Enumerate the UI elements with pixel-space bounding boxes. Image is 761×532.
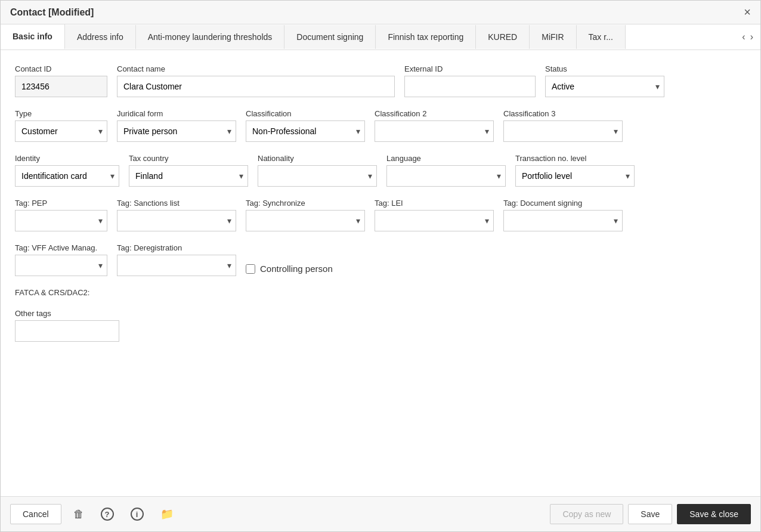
classification3-select-wrapper [503,120,623,142]
classification3-label: Classification 3 [503,109,623,118]
tax-country-select[interactable]: Finland Sweden [129,165,248,187]
external-id-input[interactable] [404,76,536,97]
tab-finnish-tax[interactable]: Finnish tax reporting [376,25,476,49]
tag-synchronize-select[interactable] [246,210,365,231]
form-row-2: Type Customer Other Juridical form Priva… [15,109,746,142]
juridical-form-select[interactable]: Private person Company [117,120,236,142]
tag-sanctions-list-group: Tag: Sanctions list [117,199,236,231]
type-group: Type Customer Other [15,109,107,142]
contact-id-label: Contact ID [15,64,107,73]
tab-bar: Basic info Address info Anti-money laund… [1,24,760,50]
nationality-group: Nationality [258,154,377,187]
classification3-select[interactable] [503,120,623,142]
language-select[interactable] [386,165,506,187]
tax-country-label: Tax country [129,154,248,163]
save-button[interactable]: Save [628,504,672,524]
classification2-select[interactable] [375,120,494,142]
other-tags-label: Other tags [15,309,119,318]
transaction-no-level-group: Transaction no. level Portfolio level Ac… [515,154,635,187]
tag-lei-select[interactable] [375,210,494,231]
tax-country-select-wrapper: Finland Sweden [129,165,248,187]
close-button[interactable]: × [744,5,751,19]
tab-anti-money[interactable]: Anti-money laundering thresholds [136,25,285,49]
tag-pep-label: Tag: PEP [15,199,107,208]
tag-pep-select[interactable] [15,210,107,231]
nationality-select[interactable] [258,165,377,187]
nationality-select-wrapper [258,165,377,187]
footer-left: Cancel 🗑 ? i 📁 [10,504,178,524]
tag-lei-select-wrapper [375,210,494,231]
classification2-select-wrapper [375,120,494,142]
contact-id-group: Contact ID [15,64,107,97]
status-select[interactable]: Active Inactive [545,76,664,97]
tag-vff-active-manag-select[interactable] [15,255,107,276]
status-group: Status Active Inactive [545,64,664,97]
tab-next-button[interactable]: › [748,29,756,45]
form-content: Contact ID Contact name External ID Stat… [1,50,760,496]
cancel-button[interactable]: Cancel [10,504,61,524]
footer-right: Copy as new Save Save & close [550,504,751,524]
folder-icon: 📁 [160,508,174,520]
contact-name-input[interactable] [117,76,395,97]
type-select[interactable]: Customer Other [15,120,107,142]
transaction-no-level-label: Transaction no. level [515,154,635,163]
delete-button[interactable]: 🗑 [69,506,89,523]
tab-mifir[interactable]: MiFIR [530,25,576,49]
type-select-wrapper: Customer Other [15,120,107,142]
modal-title: Contact [Modified] [10,7,94,18]
status-select-wrapper: Active Inactive [545,76,664,97]
tag-deregistration-group: Tag: Deregistration [117,243,236,276]
modal-header: Contact [Modified] × [1,1,760,24]
tag-document-signing-select[interactable] [503,210,623,231]
transaction-no-level-select[interactable]: Portfolio level Account level [515,165,635,187]
modal-footer: Cancel 🗑 ? i 📁 Copy as new Save Save & c… [1,496,760,531]
tab-document-signing[interactable]: Document signing [284,25,376,49]
tag-lei-label: Tag: LEI [375,199,494,208]
tag-synchronize-label: Tag: Synchronize [246,199,365,208]
other-tags-input[interactable] [15,320,119,342]
external-id-group: External ID [404,64,536,97]
tag-document-signing-group: Tag: Document signing [503,199,623,231]
identity-select[interactable]: Identification card Passport [15,165,119,187]
form-row-1: Contact ID Contact name External ID Stat… [15,64,746,97]
tag-sanctions-list-select[interactable] [117,210,236,231]
identity-label: Identity [15,154,119,163]
type-label: Type [15,109,107,118]
tag-lei-group: Tag: LEI [375,199,494,231]
controlling-person-checkbox[interactable] [246,264,255,274]
tab-prev-button[interactable]: ‹ [740,29,747,45]
tag-sanctions-list-select-wrapper [117,210,236,231]
contact-modal: Contact [Modified] × Basic info Address … [0,0,761,532]
tab-tax-r[interactable]: Tax r... [577,25,626,49]
language-label: Language [386,154,506,163]
controlling-person-group: Controlling person [246,259,333,276]
save-close-button[interactable]: Save & close [677,504,751,524]
tag-synchronize-group: Tag: Synchronize [246,199,365,231]
form-row-6: FATCA & CRS/DAC2: [15,288,746,297]
copy-as-new-button[interactable]: Copy as new [550,504,623,524]
tag-document-signing-select-wrapper [503,210,623,231]
tag-deregistration-select[interactable] [117,255,236,276]
tab-navigation: ‹ › [735,29,760,45]
tag-pep-group: Tag: PEP [15,199,107,231]
language-group: Language [386,154,506,187]
help-button[interactable]: ? [96,505,119,524]
classification3-group: Classification 3 [503,109,623,142]
folder-button[interactable]: 📁 [156,505,178,523]
contact-name-label: Contact name [117,64,395,73]
contact-id-input[interactable] [15,76,107,97]
classification2-label: Classification 2 [375,109,494,118]
form-row-4: Tag: PEP Tag: Sanctions list Tag: Synchr… [15,199,746,231]
nationality-label: Nationality [258,154,377,163]
classification-select[interactable]: Non-Professional Professional [246,120,365,142]
delete-icon: 🗑 [73,508,84,520]
tab-kured[interactable]: KURED [476,25,530,49]
tax-country-group: Tax country Finland Sweden [129,154,248,187]
info-button[interactable]: i [126,505,149,524]
tab-address-info[interactable]: Address info [65,25,136,49]
tab-basic-info[interactable]: Basic info [1,24,65,50]
controlling-person-checkbox-group: Controlling person [246,264,333,274]
form-row-7: Other tags [15,309,746,342]
classification-label: Classification [246,109,365,118]
controlling-person-label: Controlling person [260,264,333,274]
